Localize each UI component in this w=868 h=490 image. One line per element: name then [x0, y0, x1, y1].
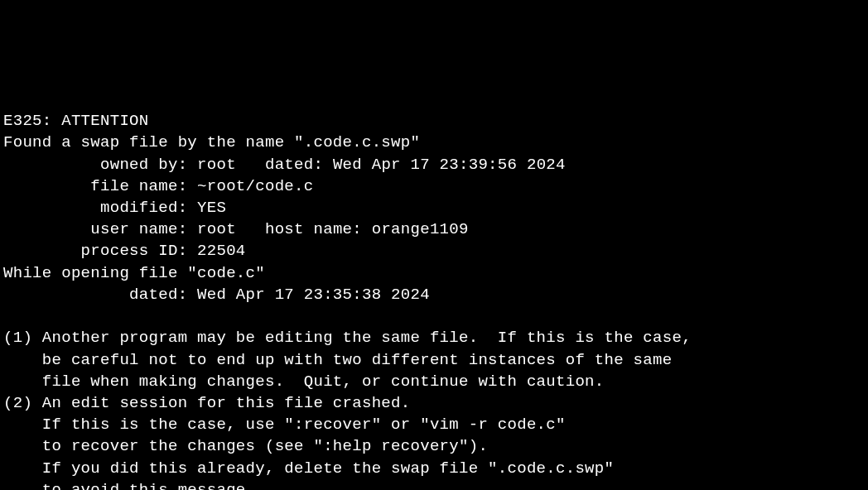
file-name-label: file name: [3, 177, 197, 195]
modified-value: YES [197, 199, 226, 217]
case-1-line-1: (1) Another program may be editing the s… [3, 329, 692, 347]
process-id-label: process ID: [3, 242, 197, 260]
opening-dated-label: dated: [3, 286, 197, 304]
modified-label: modified: [3, 199, 197, 217]
owned-by-label: owned by: [3, 156, 197, 174]
owned-by-value: root [197, 156, 236, 174]
process-id-value: 22504 [197, 242, 246, 260]
owned-dated-label: dated: [236, 156, 333, 174]
error-code: E325: ATTENTION [3, 112, 149, 130]
case-2-line-3: to recover the changes (see ":help recov… [3, 437, 488, 455]
user-name-label: user name: [3, 220, 197, 238]
user-name-value: root [197, 220, 236, 238]
host-name-label: host name: [236, 220, 372, 238]
case-2-line-5: to avoid this message. [3, 481, 255, 490]
owned-dated-value: Wed Apr 17 23:39:56 2024 [333, 156, 566, 174]
case-2-line-4: If you did this already, delete the swap… [3, 459, 614, 478]
case-2-line-1: (2) An edit session for this file crashe… [3, 394, 410, 412]
while-opening-msg: While opening file "code.c" [3, 264, 265, 282]
swap-found-msg: Found a swap file by the name ".code.c.s… [3, 133, 420, 151]
case-1-line-3: file when making changes. Quit, or conti… [3, 372, 605, 391]
host-name-value: orange1109 [372, 220, 469, 238]
opening-dated-value: Wed Apr 17 23:35:38 2024 [197, 286, 430, 304]
file-name-value: ~root/code.c [197, 177, 313, 195]
case-1-line-2: be careful not to end up with two differ… [3, 351, 672, 369]
vim-swap-warning: E325: ATTENTION Found a swap file by the… [3, 89, 865, 490]
case-2-line-2: If this is the case, use ":recover" or "… [3, 416, 566, 434]
